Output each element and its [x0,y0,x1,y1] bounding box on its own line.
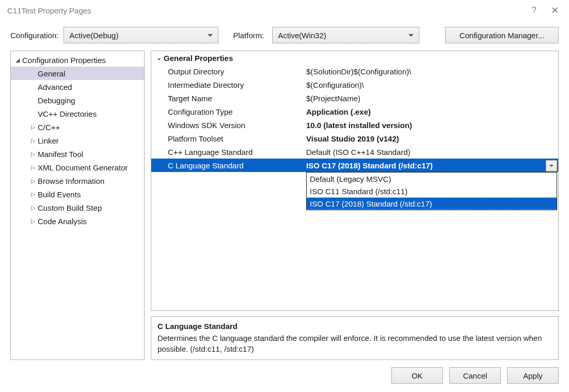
tree-item-browse-information[interactable]: ▷Browse Information [11,174,144,187]
description-panel: C Language Standard Determines the C lan… [151,316,559,360]
tree-root[interactable]: ◢ Configuration Properties [11,53,144,67]
property-value[interactable]: 10.0 (latest installed version) [304,121,558,130]
property-name: Intermediate Directory [151,81,304,89]
tree-item-build-events[interactable]: ▷Build Events [11,187,144,201]
tree-root-label: Configuration Properties [22,56,106,65]
platform-label: Platform: [233,31,264,40]
tree-item-custom-build-step[interactable]: ▷Custom Build Step [11,201,144,214]
tree-item-debugging[interactable]: Debugging [11,93,144,107]
tree-item-code-analysis[interactable]: ▷Code Analysis [11,214,144,228]
chevron-down-icon: ⌄ [154,54,164,61]
property-name: C Language Standard [151,161,304,170]
tree-item-c-c-[interactable]: ▷C/C++ [11,120,144,134]
description-body: Determines the C language standard the c… [157,333,552,354]
property-value[interactable]: Default (ISO C++14 Standard) [304,148,558,156]
property-name: Platform Toolset [151,134,304,143]
cancel-button[interactable]: Cancel [449,367,501,384]
property-row[interactable]: Configuration TypeApplication (.exe) [151,105,558,118]
property-value[interactable]: $(Configuration)\ [304,81,558,89]
configuration-label: Configuration: [10,31,58,40]
property-name: Output Directory [151,67,304,76]
property-value[interactable]: $(ProjectName) [304,94,558,103]
property-name: Configuration Type [151,107,304,116]
configuration-value: Active(Debug) [69,31,118,40]
tree-item-label: Browse Information [38,177,104,185]
tree-item-label: Manifest Tool [38,150,83,159]
c-standard-dropdown[interactable]: Default (Legacy MSVC)ISO C11 Standard (/… [306,172,557,210]
property-value[interactable]: $(SolutionDir)$(Configuration)\ [304,67,558,76]
property-value[interactable]: Visual Studio 2019 (v142) [304,134,558,143]
dropdown-option[interactable]: ISO C11 Standard (/std:c11) [307,185,557,197]
property-row[interactable]: Target Name$(ProjectName) [151,91,558,105]
tree-item-linker[interactable]: ▷Linker [11,134,144,147]
property-row[interactable]: C Language StandardISO C17 (2018) Standa… [151,159,558,172]
property-row[interactable]: Windows SDK Version10.0 (latest installe… [151,118,558,132]
tree-item-manifest-tool[interactable]: ▷Manifest Tool [11,147,144,161]
platform-value: Active(Win32) [278,31,326,40]
property-row[interactable]: C++ Language StandardDefault (ISO C++14 … [151,145,558,159]
property-name: Windows SDK Version [151,121,304,130]
description-title: C Language Standard [157,321,552,332]
triangle-right-icon: ▷ [29,205,37,211]
tree-item-label: Code Analysis [38,217,87,226]
configuration-manager-button[interactable]: Configuration Manager... [445,27,559,43]
dropdown-option[interactable]: ISO C17 (2018) Standard (/std:c17) [307,197,557,210]
tree-item-xml-document-generator[interactable]: ▷XML Document Generator [11,161,144,174]
tree-item-label: Linker [38,136,59,145]
grid-section-header[interactable]: ⌄ General Properties [151,51,558,65]
property-row[interactable]: Output Directory$(SolutionDir)$(Configur… [151,65,558,78]
configuration-select[interactable]: Active(Debug) [64,27,218,43]
dropdown-option[interactable]: Default (Legacy MSVC) [307,173,557,185]
platform-select[interactable]: Active(Win32) [272,27,419,43]
window-title: C11Test Property Pages [7,6,91,15]
tree-item-label: Custom Build Step [38,203,102,212]
triangle-down-icon: ◢ [14,57,21,64]
triangle-right-icon: ▷ [29,164,37,171]
grid-section-title: General Properties [164,54,233,62]
tree-item-label: Build Events [38,190,81,199]
dialog-footer: OK Cancel Apply [0,360,569,392]
property-row[interactable]: Intermediate Directory$(Configuration)\ [151,78,558,91]
tree-item-vc-directories[interactable]: VC++ Directories [11,107,144,120]
property-value[interactable]: Application (.exe) [304,107,558,116]
apply-button[interactable]: Apply [507,367,559,384]
triangle-right-icon: ▷ [29,151,37,158]
category-tree[interactable]: ◢ Configuration Properties GeneralAdvanc… [10,51,145,360]
dropdown-button[interactable] [546,160,557,171]
triangle-right-icon: ▷ [29,218,37,225]
property-name: C++ Language Standard [151,148,304,156]
config-bar: Configuration: Active(Debug) Platform: A… [0,21,569,48]
tree-item-advanced[interactable]: Advanced [11,80,144,93]
property-name: Target Name [151,94,304,103]
triangle-right-icon: ▷ [29,137,37,144]
property-value[interactable]: ISO C17 (2018) Standard (/std:c17) [304,161,558,170]
tree-item-label: C/C++ [38,123,60,132]
titlebar: C11Test Property Pages ? ✕ [0,0,569,21]
tree-item-general[interactable]: General [11,67,144,80]
ok-button[interactable]: OK [391,367,443,384]
help-icon[interactable]: ? [532,6,536,15]
property-row[interactable]: Platform ToolsetVisual Studio 2019 (v142… [151,132,558,145]
triangle-right-icon: ▷ [29,191,37,198]
tree-item-label: XML Document Generator [38,163,128,172]
triangle-right-icon: ▷ [29,178,37,184]
close-icon[interactable]: ✕ [551,5,562,16]
triangle-right-icon: ▷ [29,124,37,131]
property-grid[interactable]: ⌄ General Properties Output Directory$(S… [151,51,559,311]
